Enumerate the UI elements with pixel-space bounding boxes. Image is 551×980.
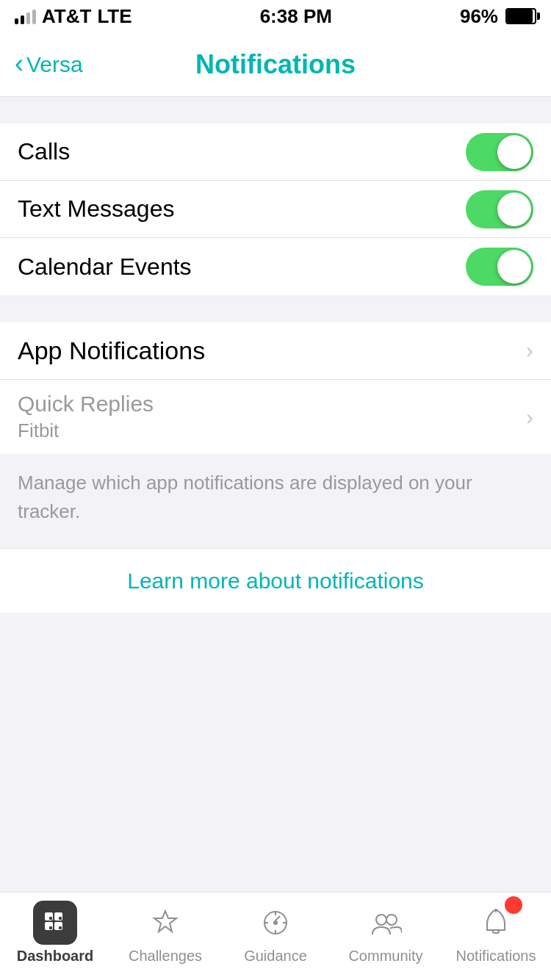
calls-row: Calls [0, 123, 551, 181]
svg-marker-8 [154, 911, 176, 932]
status-left: AT&T LTE [15, 5, 132, 28]
quick-replies-label: Quick Replies [18, 392, 154, 417]
back-label: Versa [26, 52, 83, 77]
dashboard-icon-wrap [33, 901, 77, 945]
app-notifications-label: App Notifications [18, 336, 205, 365]
battery-icon [505, 8, 536, 24]
calendar-events-label: Calendar Events [18, 253, 192, 281]
app-notifications-chevron-icon: › [526, 338, 533, 363]
quick-replies-chevron-icon: › [526, 405, 533, 430]
challenges-icon [149, 907, 181, 939]
guidance-icon-wrap [253, 901, 298, 945]
guidance-icon [259, 907, 292, 939]
tab-challenges[interactable]: Challenges [110, 901, 220, 965]
text-messages-label: Text Messages [18, 195, 174, 223]
tab-bar: Dashboard Challenges Guidance [0, 892, 551, 980]
calls-toggle[interactable] [466, 133, 533, 171]
svg-rect-18 [493, 930, 499, 933]
calls-toggle-knob [497, 135, 531, 169]
description-text: Manage which app notifications are displ… [18, 472, 472, 522]
community-tab-label: Community [348, 948, 422, 965]
back-chevron-icon: ‹ [15, 51, 24, 77]
svg-point-17 [386, 915, 397, 925]
tab-community[interactable]: Community [331, 901, 441, 965]
learn-more-section: Learn more about notifications [0, 548, 551, 613]
text-messages-toggle-knob [497, 192, 531, 226]
page-title: Notifications [195, 49, 356, 80]
notifications-badge [503, 895, 524, 915]
quick-replies-sub-label: Fitbit [18, 419, 154, 442]
svg-line-15 [276, 916, 280, 920]
text-messages-toggle[interactable] [466, 190, 533, 228]
calendar-events-toggle-knob [497, 250, 531, 284]
text-messages-row: Text Messages [0, 181, 551, 238]
network-type: LTE [97, 5, 132, 28]
quick-replies-section: Quick Replies Fitbit › [0, 379, 551, 454]
svg-point-16 [376, 915, 386, 925]
notifications-tab-label: Notifications [456, 948, 536, 965]
top-spacer [0, 97, 551, 123]
learn-more-link[interactable]: Learn more about notifications [127, 569, 424, 594]
back-button[interactable]: ‹ Versa [15, 52, 83, 77]
battery-fill [507, 10, 533, 23]
community-icon [370, 907, 402, 939]
signal-bars-icon [15, 8, 36, 24]
community-icon-wrap [364, 901, 408, 945]
svg-rect-7 [59, 926, 62, 929]
calendar-events-toggle[interactable] [466, 248, 533, 286]
app-notifications-row[interactable]: App Notifications › [0, 322, 551, 379]
calendar-events-row: Calendar Events [0, 238, 551, 295]
description-section: Manage which app notifications are displ… [0, 454, 551, 548]
status-bar: AT&T LTE 6:38 PM 96% [0, 0, 551, 32]
status-time: 6:38 PM [260, 5, 332, 28]
status-right: 96% [460, 5, 536, 28]
challenges-icon-wrap [143, 901, 187, 945]
quick-replies-row[interactable]: Quick Replies Fitbit › [0, 379, 551, 454]
calls-label: Calls [18, 138, 70, 165]
guidance-tab-label: Guidance [244, 948, 307, 965]
dashboard-tab-label: Dashboard [17, 948, 93, 965]
dashboard-icon [42, 909, 68, 936]
svg-rect-5 [59, 917, 62, 920]
battery-percentage: 96% [460, 5, 498, 28]
settings-group: Calls Text Messages Calendar Events [0, 123, 551, 295]
nav-bar: ‹ Versa Notifications [0, 32, 551, 97]
tab-notifications[interactable]: Notifications [441, 901, 551, 965]
tab-dashboard[interactable]: Dashboard [0, 901, 110, 965]
svg-rect-6 [49, 926, 52, 929]
mid-spacer [0, 295, 551, 322]
notifications-icon-wrap [474, 901, 518, 945]
quick-replies-info: Quick Replies Fitbit [18, 392, 154, 442]
carrier-text: AT&T [42, 5, 91, 28]
tab-guidance[interactable]: Guidance [220, 901, 331, 965]
content-area [0, 613, 551, 892]
svg-rect-4 [49, 917, 52, 920]
challenges-tab-label: Challenges [129, 948, 202, 965]
svg-point-10 [273, 920, 278, 925]
